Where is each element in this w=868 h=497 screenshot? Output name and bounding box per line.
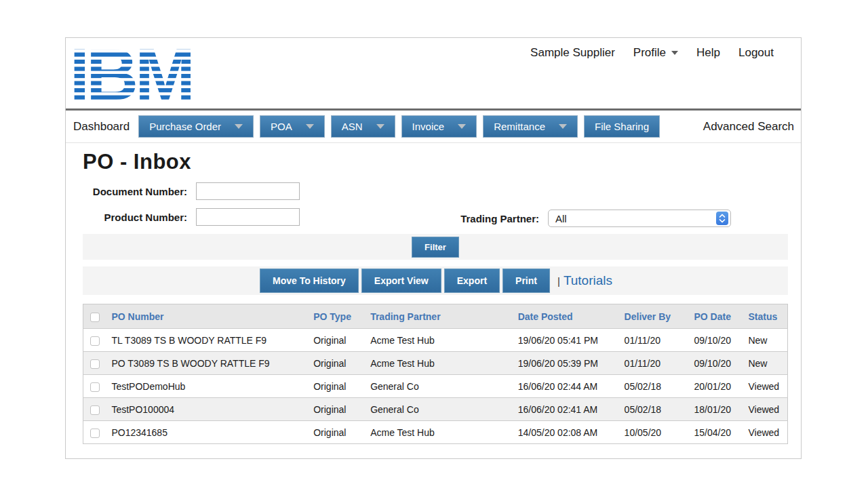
col-trading-partner[interactable]: Trading Partner: [365, 304, 513, 329]
document-number-input[interactable]: [196, 182, 300, 200]
col-po-number[interactable]: PO Number: [106, 304, 308, 329]
app-frame: IBM Sample Supplier Profile Help Logout …: [65, 37, 802, 459]
separator: |: [557, 275, 560, 287]
po-date-cell: 09/10/20: [689, 352, 743, 375]
chevron-down-icon: [306, 124, 314, 129]
po-type-cell: Original: [308, 398, 365, 421]
trading-partner-cell: Acme Test Hub: [365, 352, 513, 375]
status-cell: New: [743, 352, 787, 375]
table-row[interactable]: PO12341685 Original Acme Test Hub 14/05/…: [83, 421, 788, 444]
user-menu: Sample Supplier Profile Help Logout: [530, 45, 774, 61]
row-checkbox[interactable]: [90, 336, 100, 346]
po-number-cell: TL T3089 TS B WOODY RATTLE F9: [106, 329, 308, 352]
document-number-row: Document Number:: [83, 182, 787, 200]
profile-menu[interactable]: Profile: [633, 46, 678, 60]
ibm-logo: IBM: [72, 42, 226, 106]
deliver-by-cell: 10/05/20: [619, 421, 689, 444]
supplier-name: Sample Supplier: [530, 46, 615, 60]
print-button[interactable]: Print: [502, 269, 550, 293]
table-row[interactable]: TestPO100004 Original General Co 16/06/2…: [83, 398, 788, 421]
date-posted-cell: 16/06/20 02:44 AM: [513, 375, 619, 398]
nav-purchase-order-label: Purchase Order: [149, 121, 221, 132]
filter-button[interactable]: Filter: [412, 237, 459, 258]
po-number-cell: PO T3089 TS B WOODY RATTLE F9: [106, 352, 308, 375]
po-table: PO Number PO Type Trading Partner Date P…: [83, 304, 788, 444]
status-cell: Viewed: [743, 375, 787, 398]
logout-link[interactable]: Logout: [738, 46, 774, 60]
chevron-down-icon: [559, 124, 567, 129]
po-type-cell: Original: [308, 329, 365, 352]
nav-remittance-label: Remittance: [494, 121, 545, 132]
col-date-posted[interactable]: Date Posted: [513, 304, 619, 329]
col-deliver-by[interactable]: Deliver By: [619, 304, 689, 329]
nav-dashboard[interactable]: Dashboard: [73, 120, 130, 134]
deliver-by-cell: 05/02/18: [619, 375, 689, 398]
date-posted-cell: 19/06/20 05:41 PM: [513, 329, 619, 352]
nav-asn[interactable]: ASN: [331, 115, 395, 138]
po-type-cell: Original: [308, 421, 365, 444]
po-date-cell: 15/04/20: [689, 421, 743, 444]
po-type-cell: Original: [308, 375, 365, 398]
move-to-history-button[interactable]: Move To History: [260, 269, 359, 293]
col-status[interactable]: Status: [743, 304, 787, 329]
product-number-label: Product Number:: [83, 212, 187, 223]
date-posted-cell: 14/05/20 02:08 AM: [513, 421, 619, 444]
row-checkbox[interactable]: [90, 405, 100, 415]
table-header-row: PO Number PO Type Trading Partner Date P…: [83, 304, 788, 329]
export-view-button[interactable]: Export View: [361, 269, 441, 293]
svg-text:IBM: IBM: [72, 42, 192, 106]
deliver-by-cell: 05/02/18: [619, 398, 689, 421]
nav-file-sharing-label: File Sharing: [595, 121, 649, 132]
tutorials-link[interactable]: Tutorials: [564, 273, 612, 288]
col-po-date[interactable]: PO Date: [689, 304, 743, 329]
select-stepper-icon: [716, 212, 728, 225]
trading-partner-cell: Acme Test Hub: [365, 329, 513, 352]
po-number-cell: PO12341685: [106, 421, 308, 444]
nav-purchase-order[interactable]: Purchase Order: [138, 115, 254, 138]
trading-partner-row: Trading Partner: All: [460, 210, 731, 227]
select-all-checkbox[interactable]: [90, 313, 100, 322]
page-title: PO - Inbox: [83, 150, 787, 174]
nav-invoice[interactable]: Invoice: [401, 115, 477, 138]
po-type-cell: Original: [308, 352, 365, 375]
po-date-cell: 18/01/20: [689, 398, 743, 421]
nav-remittance[interactable]: Remittance: [483, 115, 578, 138]
trading-partner-select[interactable]: All: [548, 210, 731, 227]
help-link[interactable]: Help: [696, 46, 720, 60]
deliver-by-cell: 01/11/20: [619, 352, 689, 375]
nav-poa-label: POA: [271, 121, 292, 132]
date-posted-cell: 19/06/20 05:39 PM: [513, 352, 619, 375]
navbar: Dashboard Purchase Order POA ASN Invoice…: [66, 111, 801, 143]
status-cell: New: [743, 329, 787, 352]
trading-partner-cell: Acme Test Hub: [365, 421, 513, 444]
trading-partner-label: Trading Partner:: [460, 213, 539, 224]
table-row[interactable]: TL T3089 TS B WOODY RATTLE F9 Original A…: [83, 329, 788, 352]
actions-band: Move To History Export View Export Print…: [83, 266, 788, 295]
row-checkbox[interactable]: [90, 382, 100, 392]
chevron-down-icon: [235, 124, 243, 129]
product-number-input[interactable]: [196, 208, 300, 226]
row-checkbox[interactable]: [90, 429, 100, 438]
table-row[interactable]: TestPODemoHub Original General Co 16/06/…: [83, 375, 788, 398]
chevron-down-icon: [458, 124, 466, 129]
po-number-cell: TestPODemoHub: [106, 375, 308, 398]
trading-partner-selected-value: All: [555, 213, 567, 224]
filter-band: Filter: [83, 234, 788, 260]
nav-poa[interactable]: POA: [260, 115, 325, 138]
nav-invoice-label: Invoice: [412, 121, 445, 132]
profile-label: Profile: [633, 46, 666, 60]
po-date-cell: 20/01/20: [689, 375, 743, 398]
row-checkbox[interactable]: [90, 359, 100, 369]
trading-partner-cell: General Co: [365, 375, 513, 398]
main-content: PO - Inbox Document Number: Product Numb…: [66, 143, 801, 444]
chevron-down-icon: [376, 124, 384, 129]
export-button[interactable]: Export: [444, 269, 500, 293]
advanced-search-link[interactable]: Advanced Search: [703, 120, 794, 134]
table-row[interactable]: PO T3089 TS B WOODY RATTLE F9 Original A…: [83, 352, 788, 375]
caret-down-icon: [671, 51, 678, 55]
nav-file-sharing[interactable]: File Sharing: [584, 115, 660, 138]
document-number-label: Document Number:: [83, 186, 187, 197]
filter-form: Document Number: Product Number: Trading…: [83, 182, 787, 226]
col-po-type[interactable]: PO Type: [308, 304, 365, 329]
trading-partner-cell: General Co: [365, 398, 513, 421]
